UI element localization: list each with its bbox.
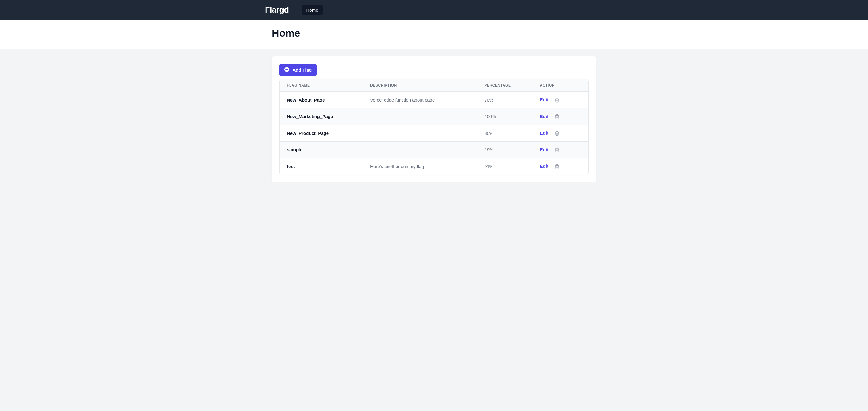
col-header-action: Action — [533, 80, 588, 92]
cell-action: Edit — [533, 158, 588, 175]
cell-action: Edit — [533, 108, 588, 125]
col-header-flag-name: Flag Name — [280, 80, 363, 92]
page-header: Home — [0, 20, 868, 49]
cell-percentage: 91% — [477, 158, 533, 175]
cell-flag-name: test — [280, 158, 363, 175]
cell-action: Edit — [533, 141, 588, 158]
table-header-row: Flag Name Description Percentage Action — [280, 80, 588, 92]
flags-table: Flag Name Description Percentage Action … — [280, 80, 588, 175]
table-row: New_Marketing_Page100%Edit — [280, 108, 588, 125]
plus-circle-icon — [284, 67, 289, 73]
cell-percentage: 100% — [477, 108, 533, 125]
cell-percentage: 19% — [477, 141, 533, 158]
table-row: testHere's another dummy flag91%Edit — [280, 158, 588, 175]
edit-link[interactable]: Edit — [540, 97, 549, 102]
trash-icon[interactable] — [555, 131, 560, 136]
cell-flag-name: sample — [280, 141, 363, 158]
col-header-percentage: Percentage — [477, 80, 533, 92]
cell-action: Edit — [533, 92, 588, 108]
cell-percentage: 70% — [477, 92, 533, 108]
navbar: Flargd Home — [0, 0, 868, 20]
edit-link[interactable]: Edit — [540, 114, 549, 119]
cell-description — [363, 125, 477, 142]
table-row: sample19%Edit — [280, 141, 588, 158]
trash-icon[interactable] — [555, 98, 560, 103]
col-header-description: Description — [363, 80, 477, 92]
cell-flag-name: New_Marketing_Page — [280, 108, 363, 125]
page-title: Home — [272, 27, 632, 39]
table-row: New_About_PageVercel edge function about… — [280, 92, 588, 108]
edit-link[interactable]: Edit — [540, 130, 549, 135]
edit-link[interactable]: Edit — [540, 164, 549, 169]
nav-home-link[interactable]: Home — [302, 5, 322, 15]
cell-description — [363, 141, 477, 158]
cell-action: Edit — [533, 125, 588, 142]
cell-flag-name: New_About_Page — [280, 92, 363, 108]
cell-flag-name: New_Product_Page — [280, 125, 363, 142]
add-flag-label: Add Flag — [292, 67, 312, 72]
flags-card: Add Flag Flag Name Description — [272, 56, 596, 183]
table-row: New_Product_Page80%Edit — [280, 125, 588, 142]
cell-description: Vercel edge function about page — [363, 92, 477, 108]
cell-percentage: 80% — [477, 125, 533, 142]
brand-logo[interactable]: Flargd — [265, 5, 289, 15]
cell-description — [363, 108, 477, 125]
edit-link[interactable]: Edit — [540, 147, 549, 152]
cell-description: Here's another dummy flag — [363, 158, 477, 175]
trash-icon[interactable] — [555, 114, 560, 119]
trash-icon[interactable] — [555, 147, 560, 153]
trash-icon[interactable] — [555, 164, 560, 169]
add-flag-button[interactable]: Add Flag — [279, 64, 316, 76]
